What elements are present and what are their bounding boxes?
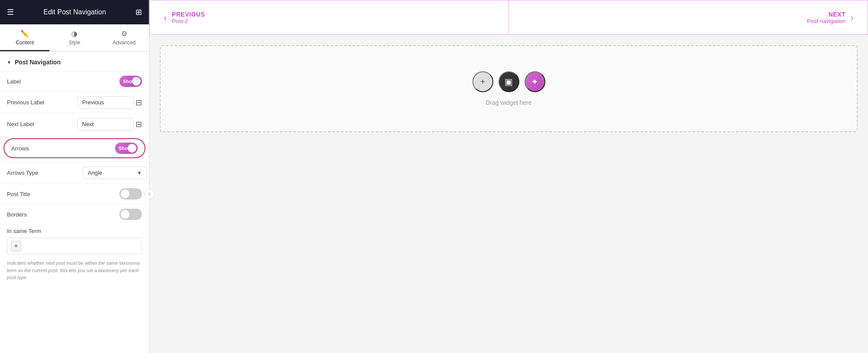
arrows-type-select-wrapper: Angle Arrow Chevron ▼ <box>83 167 142 179</box>
tabs-bar: ✏️ Content ◑ Style ⚙ Advanced <box>0 24 149 52</box>
add-widget-button[interactable]: + <box>472 71 493 92</box>
prev-post: Post 2 <box>172 18 205 24</box>
in-same-term-label: In same Term <box>7 228 142 234</box>
label-control-row: Label Show <box>0 71 149 91</box>
main-content: ‹ PREVIOUS Post 2 NEXT Post navigation ›… <box>149 0 868 353</box>
magic-widget-button[interactable]: ✦ <box>525 71 545 92</box>
in-same-term-input-area[interactable]: + <box>7 238 142 254</box>
prev-label: PREVIOUS <box>172 11 205 18</box>
post-title-toggle[interactable] <box>119 188 142 200</box>
arrows-type-select[interactable]: Angle Arrow Chevron <box>83 167 147 179</box>
borders-toggle-slider <box>119 209 142 220</box>
previous-label-input-group: ⊟ <box>77 96 142 109</box>
content-tab-label: Content <box>16 40 34 46</box>
next-arrow-icon: › <box>851 13 854 23</box>
widget-action-icons: + ▣ ✦ <box>472 71 545 92</box>
arrows-section: Arrows Show <box>0 135 149 162</box>
arrows-label: Arrows <box>11 145 29 152</box>
panel-content: ▼ Post Navigation Label Show Previous La… <box>0 52 149 353</box>
section-post-navigation[interactable]: ▼ Post Navigation <box>0 52 149 71</box>
post-title-toggle-container[interactable]: Show <box>119 188 142 200</box>
post-title-toggle-slider <box>119 188 142 200</box>
style-tab-icon: ◑ <box>71 30 77 38</box>
grid-icon[interactable]: ⊞ <box>135 7 142 17</box>
label-toggle-slider <box>119 76 142 87</box>
previous-label-db-icon[interactable]: ⊟ <box>135 98 142 107</box>
folder-widget-button[interactable]: ▣ <box>498 71 519 92</box>
nav-next-text: NEXT Post navigation <box>807 11 845 24</box>
next-label-row: Next Label ⊟ <box>0 113 149 135</box>
prev-arrow-icon: ‹ <box>164 13 167 23</box>
panel-title: Edit Post Navigation <box>43 8 106 16</box>
next-label-name: Next Label <box>7 121 34 127</box>
arrows-toggle-container[interactable]: Show <box>115 143 138 154</box>
nav-preview: ‹ PREVIOUS Post 2 NEXT Post navigation › <box>149 0 868 35</box>
previous-label-row: Previous Label ⊟ <box>0 91 149 113</box>
in-same-term-section: In same Term + <box>0 224 149 256</box>
next-post: Post navigation <box>807 18 845 24</box>
nav-prev-text: PREVIOUS Post 2 <box>172 11 205 24</box>
post-title-label: Post Title <box>7 191 30 197</box>
arrows-toggle-slider <box>115 143 138 154</box>
tab-style[interactable]: ◑ Style <box>50 24 99 51</box>
widget-drop-area[interactable]: + ▣ ✦ Drag widget here <box>160 45 858 132</box>
content-tab-icon: ✏️ <box>20 30 29 38</box>
borders-label: Borders <box>7 211 27 218</box>
borders-toggle-container[interactable]: Show <box>119 209 142 220</box>
tab-content[interactable]: ✏️ Content <box>0 24 50 51</box>
drag-widget-label: Drag widget here <box>485 99 532 106</box>
sidebar-header: ☰ Edit Post Navigation ⊞ <box>0 0 149 24</box>
label-control-label: Label <box>7 78 21 85</box>
arrows-type-label: Arrows Type <box>7 170 38 176</box>
nav-next: NEXT Post navigation › <box>509 0 868 34</box>
tab-advanced[interactable]: ⚙ Advanced <box>99 24 149 51</box>
style-tab-label: Style <box>69 40 80 46</box>
label-toggle[interactable] <box>119 76 142 87</box>
helper-text: Indicates whether next post must be with… <box>0 256 149 288</box>
nav-previous: ‹ PREVIOUS Post 2 <box>150 0 509 34</box>
borders-row: Borders Show <box>0 204 149 224</box>
arrows-type-row: Arrows Type Angle Arrow Chevron ▼ <box>0 162 149 183</box>
section-title: Post Navigation <box>15 59 61 66</box>
label-toggle-container[interactable]: Show <box>119 76 142 87</box>
hamburger-icon[interactable]: ☰ <box>7 7 14 17</box>
sidebar: ☰ Edit Post Navigation ⊞ ✏️ Content ◑ St… <box>0 0 149 353</box>
advanced-tab-label: Advanced <box>112 40 135 46</box>
section-collapse-arrow: ▼ <box>7 60 11 65</box>
next-label-db-icon[interactable]: ⊟ <box>135 120 142 129</box>
previous-label-input[interactable] <box>77 96 134 109</box>
in-same-term-add-button[interactable]: + <box>11 241 21 251</box>
post-title-row: Post Title Show <box>0 183 149 204</box>
previous-label-name: Previous Label <box>7 99 44 106</box>
arrows-toggle[interactable] <box>115 143 138 154</box>
borders-toggle[interactable] <box>119 209 142 220</box>
arrows-control-highlighted: Arrows Show <box>3 138 145 158</box>
advanced-tab-icon: ⚙ <box>121 30 127 38</box>
next-label-input[interactable] <box>77 118 134 130</box>
next-label-input-group: ⊟ <box>77 118 142 130</box>
sidebar-collapse-button[interactable]: ‹ <box>144 189 155 199</box>
content-area: ‹ + ▣ ✦ Drag widget here <box>149 35 868 353</box>
next-label: NEXT <box>807 11 845 18</box>
